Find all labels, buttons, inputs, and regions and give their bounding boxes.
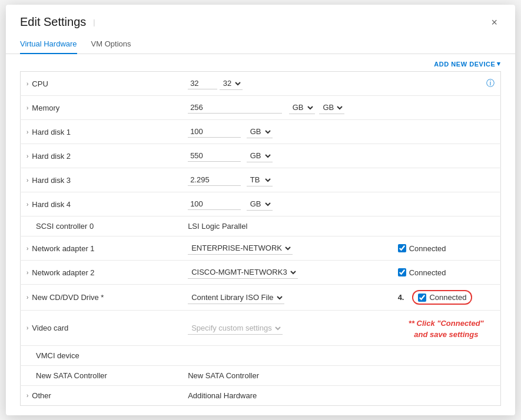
hd4-label: Hard disk 4 — [32, 200, 71, 209]
cpu-info-icon[interactable]: ⓘ — [486, 78, 495, 88]
hd2-label: Hard disk 2 — [32, 152, 71, 161]
net2-connected-label: Connected — [409, 268, 446, 277]
memory-expand-arrow[interactable]: › — [26, 105, 28, 111]
hd1-label: Hard disk 1 — [32, 128, 71, 136]
dvd-label: New CD/DVD Drive * — [32, 293, 104, 302]
cpu-expand-arrow[interactable]: › — [26, 81, 28, 87]
dvd-expand-arrow[interactable]: › — [26, 294, 28, 301]
memory-value-cell: GBMB GB — [182, 96, 392, 120]
modal-header: Edit Settings | × — [6, 5, 515, 29]
row-cdvd-drive: › New CD/DVD Drive * Content Library ISO… — [21, 285, 501, 311]
hd2-unit-select[interactable]: GBTBMB — [247, 149, 273, 162]
vmci-label: VMCI device — [36, 351, 79, 360]
sata-label: New SATA Controller — [36, 371, 107, 380]
net2-connected-checkbox[interactable] — [398, 268, 406, 276]
cpu-value-cell: 32 — [182, 72, 392, 96]
scsi-label: SCSI controller 0 — [36, 222, 94, 231]
hd4-unit-select[interactable]: GBTBMB — [247, 198, 273, 211]
video-label: Video card — [32, 324, 68, 332]
net1-expand-arrow[interactable]: › — [26, 245, 28, 252]
dvd-connected-label: Connected — [429, 293, 466, 302]
memory-input[interactable] — [188, 102, 282, 114]
net1-label: Network adapter 1 — [32, 244, 94, 253]
row-hard-disk-2: › Hard disk 2 GBTBMB — [21, 144, 501, 168]
tab-vm-options[interactable]: VM Options — [91, 35, 131, 54]
hd1-input[interactable] — [188, 126, 241, 138]
row-scsi-controller: SCSI controller 0 LSI Logic Parallel — [21, 216, 501, 236]
dvd-connected-checkbox[interactable] — [418, 294, 426, 302]
hd2-expand-arrow[interactable]: › — [26, 153, 28, 159]
net2-value-cell: CISCO-MGMT-NETWORK3 — [182, 261, 392, 285]
hd3-expand-arrow[interactable]: › — [26, 177, 28, 184]
net2-label: Network adapter 2 — [32, 268, 94, 277]
video-value-cell: Specify custom settings — [182, 311, 392, 345]
cpu-input[interactable] — [188, 78, 217, 89]
sata-value: New SATA Controller — [182, 365, 500, 385]
row-network-adapter-2: › Network adapter 2 CISCO-MGMT-NETWORK3 … — [21, 261, 501, 285]
net1-network-select[interactable]: ENTERPRISE-NETWORK — [188, 242, 293, 255]
tabs-bar: Virtual Hardware VM Options — [6, 35, 515, 54]
dvd-type-select[interactable]: Content Library ISO File Datastore ISO F… — [188, 291, 284, 304]
hd1-value-cell: GBTBMB — [182, 120, 392, 144]
net1-connected-cell: Connected — [392, 236, 501, 261]
hd3-label: Hard disk 3 — [32, 176, 71, 185]
row-other: › Other Additional Hardware — [21, 385, 501, 405]
edit-settings-modal: Edit Settings | × Virtual Hardware VM Op… — [6, 5, 515, 415]
video-expand-arrow[interactable]: › — [26, 325, 28, 331]
hd1-unit-select[interactable]: GBTBMB — [247, 125, 273, 138]
dvd-value-cell: Content Library ISO File Datastore ISO F… — [182, 285, 392, 311]
hd2-input[interactable] — [188, 150, 241, 162]
hd4-input[interactable] — [188, 198, 241, 210]
hardware-table-container: › CPU 32 ⓘ — [6, 71, 515, 415]
hd4-expand-arrow[interactable]: › — [26, 201, 28, 208]
cpu-label: CPU — [32, 79, 48, 88]
row-video-card: › Video card Specify custom settings ** … — [21, 311, 501, 345]
cpu-select[interactable]: 32 — [220, 77, 243, 90]
row-hard-disk-4: › Hard disk 4 GBTBMB — [21, 192, 501, 216]
net2-connected-cell: Connected — [392, 261, 501, 285]
hd3-unit-select[interactable]: TBGBMB — [247, 174, 273, 186]
other-label: Other — [32, 391, 51, 400]
net1-value-cell: ENTERPRISE-NETWORK — [182, 236, 392, 261]
add-new-device-button[interactable]: ADD NEW DEVICE ▾ — [434, 60, 501, 68]
modal-divider: | — [93, 18, 95, 26]
row-network-adapter-1: › Network adapter 1 ENTERPRISE-NETWORK C… — [21, 236, 501, 261]
hd2-value-cell: GBTBMB — [182, 144, 392, 168]
net2-network-select[interactable]: CISCO-MGMT-NETWORK3 — [188, 266, 298, 279]
annotation-text: ** Click "Connected" and save settings — [398, 316, 495, 339]
modal-title: Edit Settings — [20, 15, 86, 29]
net1-connected-checkbox[interactable] — [398, 244, 406, 252]
hd1-expand-arrow[interactable]: › — [26, 129, 28, 135]
annotation-cell: ** Click "Connected" and save settings — [392, 311, 501, 345]
dvd-connected-highlight: Connected — [412, 290, 472, 305]
dvd-connected-cell: 4. Connected — [392, 285, 501, 311]
net2-expand-arrow[interactable]: › — [26, 269, 28, 276]
toolbar: ADD NEW DEVICE ▾ — [6, 54, 515, 71]
row-hard-disk-1: › Hard disk 1 GBTBMB — [21, 120, 501, 144]
scsi-value: LSI Logic Parallel — [182, 216, 500, 236]
row-hard-disk-3: › Hard disk 3 TBGBMB — [21, 168, 501, 192]
row-sata-controller: New SATA Controller New SATA Controller — [21, 365, 501, 385]
memory-label: Memory — [32, 104, 59, 112]
other-value: Additional Hardware — [182, 385, 500, 405]
row-vmci-device: VMCI device — [21, 345, 501, 365]
net1-connected-label: Connected — [409, 244, 446, 253]
tab-virtual-hardware[interactable]: Virtual Hardware — [20, 35, 77, 54]
other-expand-arrow[interactable]: › — [26, 392, 28, 399]
memory-type-select[interactable]: GB — [319, 101, 344, 114]
row-cpu: › CPU 32 ⓘ — [21, 72, 501, 96]
row-memory: › Memory GBMB GB — [21, 96, 501, 120]
hd4-value-cell: GBTBMB — [182, 192, 392, 216]
memory-unit-select[interactable]: GBMB — [289, 101, 315, 114]
step-4-label: 4. — [398, 293, 407, 302]
hardware-table: › CPU 32 ⓘ — [20, 71, 501, 405]
hd3-input[interactable] — [188, 174, 241, 186]
close-button[interactable]: × — [487, 16, 501, 29]
video-settings-select[interactable]: Specify custom settings — [188, 322, 283, 335]
hd3-value-cell: TBGBMB — [182, 168, 392, 192]
